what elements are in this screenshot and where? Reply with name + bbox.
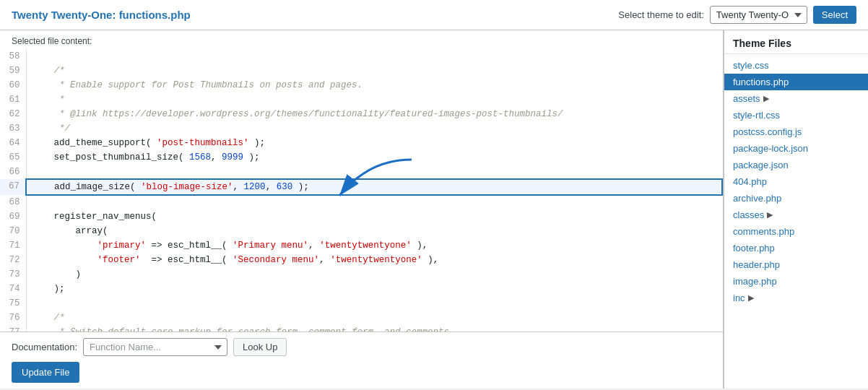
theme-file-item[interactable]: assets▶ xyxy=(724,90,868,107)
line-number: 72 xyxy=(0,253,26,267)
line-code: /* xyxy=(26,64,722,78)
line-number: 77 xyxy=(0,325,26,332)
doc-row: Documentation: Function Name... Look Up xyxy=(12,338,711,356)
line-code: 'footer' => esc_html__( 'Secondary menu'… xyxy=(26,253,722,267)
line-code: /* xyxy=(26,311,722,325)
main-area: Selected file content: 5859 /*60 * Enabl… xyxy=(0,30,868,389)
theme-file-item[interactable]: style.css xyxy=(724,57,868,74)
theme-file-item[interactable]: comments.php xyxy=(724,223,868,240)
line-code: register_nav_menus( xyxy=(26,209,722,224)
theme-file-item[interactable]: footer.php xyxy=(724,240,868,256)
bottom-bar: Documentation: Function Name... Look Up … xyxy=(0,332,723,389)
line-code xyxy=(26,49,722,64)
top-bar: Twenty Twenty-One: functions.php Select … xyxy=(0,0,868,30)
doc-select[interactable]: Function Name... xyxy=(83,338,227,356)
line-number: 61 xyxy=(0,92,26,107)
line-number: 64 xyxy=(0,136,26,150)
line-number: 68 xyxy=(0,195,26,209)
line-number: 70 xyxy=(0,224,26,238)
update-file-button[interactable]: Update File xyxy=(12,362,79,383)
line-number: 71 xyxy=(0,238,26,253)
theme-file-item[interactable]: classes▶ xyxy=(724,207,868,223)
theme-file-item[interactable]: package-lock.json xyxy=(724,140,868,157)
theme-select-area: Select theme to edit: Twenty Twenty-O Se… xyxy=(618,6,856,24)
line-code xyxy=(26,296,722,311)
line-number: 62 xyxy=(0,107,26,121)
expand-arrow-icon: ▶ xyxy=(767,210,773,220)
file-content-label: Selected file content: xyxy=(0,30,723,49)
line-code: 'primary' => esc_html__( 'Primary menu',… xyxy=(26,238,722,253)
lookup-button[interactable]: Look Up xyxy=(233,338,287,356)
theme-files-list[interactable]: style.cssfunctions.phpassets▶style-rtl.c… xyxy=(724,54,868,389)
expand-arrow-icon: ▶ xyxy=(763,94,769,103)
doc-label: Documentation: xyxy=(12,342,77,352)
line-code: add_theme_support( 'post-thumbnails' ); xyxy=(26,136,722,150)
code-table: 5859 /*60 * Enable support for Post Thum… xyxy=(0,49,723,332)
line-code: * Enable support for Post Thumbnails on … xyxy=(26,78,722,92)
theme-dropdown[interactable]: Twenty Twenty-O xyxy=(710,6,807,24)
theme-file-item[interactable]: archive.php xyxy=(724,190,868,207)
line-number: 65 xyxy=(0,150,26,165)
theme-file-item[interactable]: inc▶ xyxy=(724,290,868,306)
theme-file-item[interactable]: package.json xyxy=(724,157,868,173)
line-number: 73 xyxy=(0,267,26,282)
line-number: 58 xyxy=(0,49,26,64)
line-code: * xyxy=(26,92,722,107)
title-prefix: Twenty Twenty-One: xyxy=(12,9,119,21)
expand-arrow-icon: ▶ xyxy=(748,293,754,303)
editor-section: Selected file content: 5859 /*60 * Enabl… xyxy=(0,30,724,389)
theme-file-item[interactable]: postcss.config.js xyxy=(724,124,868,140)
code-area[interactable]: 5859 /*60 * Enable support for Post Thum… xyxy=(0,49,723,332)
app-container: Twenty Twenty-One: functions.php Select … xyxy=(0,0,868,389)
line-code: set_post_thumbnail_size( 1568, 9999 ); xyxy=(26,150,722,165)
select-button[interactable]: Select xyxy=(813,6,856,24)
line-code: */ xyxy=(26,121,722,136)
theme-files-header: Theme Files xyxy=(724,30,868,54)
line-number: 59 xyxy=(0,64,26,78)
line-number: 69 xyxy=(0,209,26,224)
line-code: add_image_size( 'blog-image-size', 1200,… xyxy=(26,179,722,195)
line-number: 66 xyxy=(0,165,26,179)
page-title: Twenty Twenty-One: functions.php xyxy=(12,9,191,21)
line-number: 63 xyxy=(0,121,26,136)
title-file: functions.php xyxy=(119,9,191,21)
line-number: 67 xyxy=(0,179,26,195)
theme-select-label: Select theme to edit: xyxy=(618,9,704,20)
theme-file-item[interactable]: functions.php xyxy=(724,74,868,90)
line-code: ); xyxy=(26,282,722,296)
theme-file-item[interactable]: header.php xyxy=(724,256,868,273)
code-scroll[interactable]: 5859 /*60 * Enable support for Post Thum… xyxy=(0,49,723,332)
theme-file-item[interactable]: 404.php xyxy=(724,173,868,190)
line-number: 75 xyxy=(0,296,26,311)
line-code: * @link https://developer.wordpress.org/… xyxy=(26,107,722,121)
line-code: * Switch default core markup for search … xyxy=(26,325,722,332)
line-code: array( xyxy=(26,224,722,238)
line-number: 74 xyxy=(0,282,26,296)
line-code xyxy=(26,195,722,209)
line-code: ) xyxy=(26,267,722,282)
line-number: 76 xyxy=(0,311,26,325)
theme-files-sidebar: Theme Files style.cssfunctions.phpassets… xyxy=(724,30,868,389)
theme-file-item[interactable]: image.php xyxy=(724,273,868,290)
line-number: 60 xyxy=(0,78,26,92)
line-code xyxy=(26,165,722,179)
theme-file-item[interactable]: style-rtl.css xyxy=(724,107,868,124)
